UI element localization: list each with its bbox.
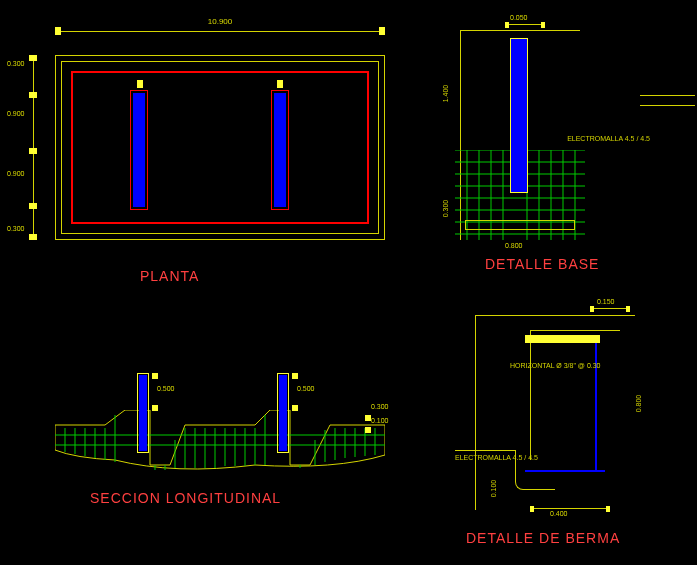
planta-pillar-right <box>271 90 289 210</box>
leader-line <box>640 95 695 96</box>
rebar-vertical <box>595 340 597 470</box>
title-planta: PLANTA <box>140 268 199 284</box>
dim-berma-bottom <box>530 508 610 514</box>
seccion-column-right <box>277 373 289 453</box>
leader-line <box>455 450 515 451</box>
drawing-detalle-berma: 0.150 HORIZONTAL Ø 3/8" @ 0.30 ELECTROMA… <box>455 310 655 525</box>
dim-berma-top <box>590 308 630 314</box>
dim-base-top <box>505 24 545 30</box>
berma-cap <box>525 335 600 343</box>
dim-value: 0.300 <box>371 403 389 410</box>
planta-pillar-left <box>130 90 148 210</box>
base-footing <box>465 220 575 230</box>
dim-value: 0.300 <box>7 60 25 67</box>
dim-value: 0.900 <box>7 110 25 117</box>
dim-planta-top: 10.900 <box>55 27 385 35</box>
dim-value: 0.800 <box>635 395 642 413</box>
label-electromalla: ELECTROMALLA 4.5 / 4.5 <box>455 454 538 461</box>
dim-value: 0.050 <box>510 14 528 21</box>
dim-value: 1.400 <box>442 85 449 103</box>
title-detalle-base: DETALLE BASE <box>485 256 599 272</box>
title-seccion: SECCION LONGITUDINAL <box>90 490 281 506</box>
dim-value: 0.100 <box>371 417 389 424</box>
seccion-column-left <box>137 373 149 453</box>
drawing-planta: 10.900 0.300 0.900 0.900 0.300 <box>55 55 385 240</box>
berma-outline <box>530 330 620 460</box>
cad-canvas: 10.900 0.300 0.900 0.900 0.300 PLANTA <box>0 0 697 565</box>
drawing-detalle-base: 0.050 ELECTROMALLA 4.5 / 4.5 1.400 0.300… <box>455 30 640 240</box>
label-horizontal: HORIZONTAL Ø 3/8" @ 0.30 <box>510 362 601 369</box>
dim-value: 0.500 <box>157 385 175 392</box>
leader-line <box>640 105 695 106</box>
label-electromalla: ELECTROMALLA 4.5 / 4.5 <box>567 135 650 142</box>
terrain <box>55 410 385 480</box>
dim-value: 10.900 <box>208 17 232 26</box>
dim-value: 0.500 <box>297 385 315 392</box>
base-column <box>510 38 528 193</box>
dim-value: 0.300 <box>442 200 449 218</box>
dim-planta-left <box>29 55 37 240</box>
planta-boundary-inner <box>71 71 369 224</box>
dim-value: 0.900 <box>7 170 25 177</box>
dim-value: 0.150 <box>597 298 615 305</box>
dim-value: 0.800 <box>505 242 523 249</box>
title-detalle-berma: DETALLE DE BERMA <box>466 530 620 546</box>
dim-value: 0.100 <box>490 480 497 498</box>
dim-value: 0.300 <box>7 225 25 232</box>
drawing-seccion: 0.500 0.500 0.100 0.300 <box>55 365 385 480</box>
